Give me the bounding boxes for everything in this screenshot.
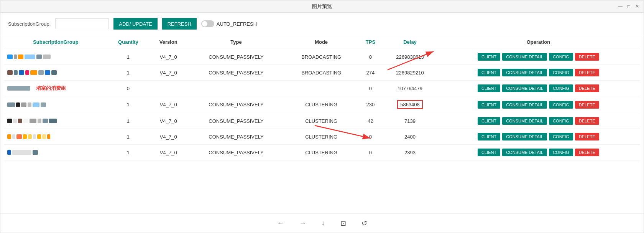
col-subscription-group: SubscriptionGroup (4, 35, 107, 49)
table-container: SubscriptionGroup Quantity Version Type … (0, 35, 644, 160)
config-button[interactable]: CONFIG (549, 149, 573, 156)
auto-refresh-toggle[interactable] (201, 20, 214, 27)
sg-block (33, 150, 38, 155)
col-delay: Delay (383, 35, 437, 49)
delete-button[interactable]: DELETE (575, 117, 599, 125)
operation-cell: CLIENTCONSUME DETAILCONFIGDELETE (437, 145, 640, 160)
delete-button[interactable]: DELETE (575, 133, 599, 140)
fullscreen-button[interactable]: ⊡ (337, 218, 349, 229)
subscription-group-input[interactable] (55, 18, 109, 29)
mode-cell (285, 81, 358, 96)
quantity-cell: 1 (107, 96, 149, 113)
tps-cell: 274 (358, 65, 383, 81)
client-button[interactable]: CLIENT (478, 69, 500, 76)
config-button[interactable]: CONFIG (549, 101, 573, 109)
close-button[interactable]: ✕ (634, 3, 641, 10)
client-button[interactable]: CLIENT (478, 133, 500, 140)
client-button[interactable]: CLIENT (478, 84, 500, 92)
sg-block (41, 102, 46, 107)
delay-cell: 5863408 (383, 96, 437, 113)
auto-refresh-label: AUTO_REFRESH (217, 21, 257, 27)
sg-block (36, 55, 42, 59)
table-row: 1V4_7_0CONSUME_PASSIVELYBROADCASTING2742… (4, 65, 640, 81)
sg-blocks (7, 70, 104, 75)
tps-cell: 0 (358, 145, 383, 160)
operation-buttons: CLIENTCONSUME DETAILCONFIGDELETE (440, 69, 637, 76)
window-title: 图片预览 (312, 3, 332, 10)
consume-detail-button[interactable]: CONSUME DETAIL (502, 84, 547, 92)
delete-button[interactable]: DELETE (575, 149, 599, 156)
delete-button[interactable]: DELETE (575, 101, 599, 109)
subscription-group-cell (4, 49, 107, 65)
consume-detail-button[interactable]: CONSUME DETAIL (502, 149, 547, 156)
type-cell: CONSUME_PASSIVELY (187, 113, 284, 129)
delay-cell: 2400 (383, 129, 437, 145)
operation-buttons: CLIENTCONSUME DETAILCONFIGDELETE (440, 84, 637, 92)
toolbar: SubscriptionGroup: ADD/ UPDATE REFRESH A… (0, 13, 644, 35)
version-cell: V4_7_0 (149, 113, 187, 129)
sg-block (25, 70, 29, 75)
client-button[interactable]: CLIENT (478, 53, 500, 61)
consume-detail-button[interactable]: CONSUME DETAIL (502, 69, 547, 76)
config-button[interactable]: CONFIG (549, 69, 573, 76)
mode-cell: CLUSTERING (285, 129, 358, 145)
operation-buttons: CLIENTCONSUME DETAILCONFIGDELETE (440, 149, 637, 156)
sg-block (7, 150, 11, 155)
header-row: SubscriptionGroup Quantity Version Type … (4, 35, 640, 49)
add-update-button[interactable]: ADD/ UPDATE (113, 18, 157, 30)
sg-block (12, 150, 31, 155)
delay-cell: 107764479 (383, 81, 437, 96)
refresh-button[interactable]: REFRESH (162, 18, 197, 30)
sg-block (49, 119, 57, 123)
minimize-button[interactable]: — (617, 3, 624, 10)
maximize-button[interactable]: □ (625, 3, 632, 10)
sg-block (42, 134, 46, 139)
config-button[interactable]: CONFIG (549, 84, 573, 92)
operation-cell: CLIENTCONSUME DETAILCONFIGDELETE (437, 113, 640, 129)
consume-detail-button[interactable]: CONSUME DETAIL (502, 117, 547, 125)
config-button[interactable]: CONFIG (549, 117, 573, 125)
delay-cell: 2269830613 (383, 49, 437, 65)
client-button[interactable]: CLIENT (478, 117, 500, 125)
next-button[interactable]: → (296, 218, 309, 229)
consume-detail-button[interactable]: CONSUME DETAIL (502, 133, 547, 140)
client-button[interactable]: CLIENT (478, 149, 500, 156)
subscription-group-cell (4, 145, 107, 160)
delete-button[interactable]: DELETE (575, 69, 599, 76)
type-cell: CONSUME_PASSIVELY (187, 49, 284, 65)
sg-block (25, 55, 35, 59)
consume-detail-button[interactable]: CONSUME DETAIL (502, 53, 547, 61)
download-button[interactable]: ↓ (319, 218, 328, 229)
table-row: 1V4_7_0CONSUME_PASSIVELYCLUSTERING427139… (4, 113, 640, 129)
sg-block (16, 102, 20, 107)
version-cell: V4_7_0 (149, 96, 187, 113)
col-quantity: Quantity (107, 35, 149, 49)
col-version: Version (149, 35, 187, 49)
quantity-cell: 1 (107, 145, 149, 160)
operation-cell: CLIENTCONSUME DETAILCONFIGDELETE (437, 49, 640, 65)
quantity-cell: 1 (107, 65, 149, 81)
sg-blocks (7, 150, 104, 155)
type-cell: CONSUME_PASSIVELY (187, 96, 284, 113)
sg-block (13, 119, 17, 123)
consume-detail-button[interactable]: CONSUME DETAIL (502, 101, 547, 109)
window-controls: — □ ✕ (617, 0, 641, 12)
delete-button[interactable]: DELETE (575, 53, 599, 61)
sg-blocks (7, 134, 104, 139)
quantity-cell: 1 (107, 113, 149, 129)
sg-blocks (7, 102, 104, 107)
prev-button[interactable]: ← (274, 218, 287, 229)
sg-block (21, 102, 26, 107)
sg-block (12, 134, 15, 139)
client-button[interactable]: CLIENT (478, 101, 500, 109)
version-cell: V4_7_0 (149, 49, 187, 65)
sg-block (7, 119, 12, 123)
refresh-nav-button[interactable]: ↺ (358, 218, 370, 229)
config-button[interactable]: CONFIG (549, 53, 573, 61)
sg-block (16, 134, 22, 139)
config-button[interactable]: CONFIG (549, 133, 573, 140)
sg-blocks (7, 119, 104, 123)
sg-block (43, 119, 48, 123)
delete-button[interactable]: DELETE (575, 84, 599, 92)
operation-cell: CLIENTCONSUME DETAILCONFIGDELETE (437, 129, 640, 145)
